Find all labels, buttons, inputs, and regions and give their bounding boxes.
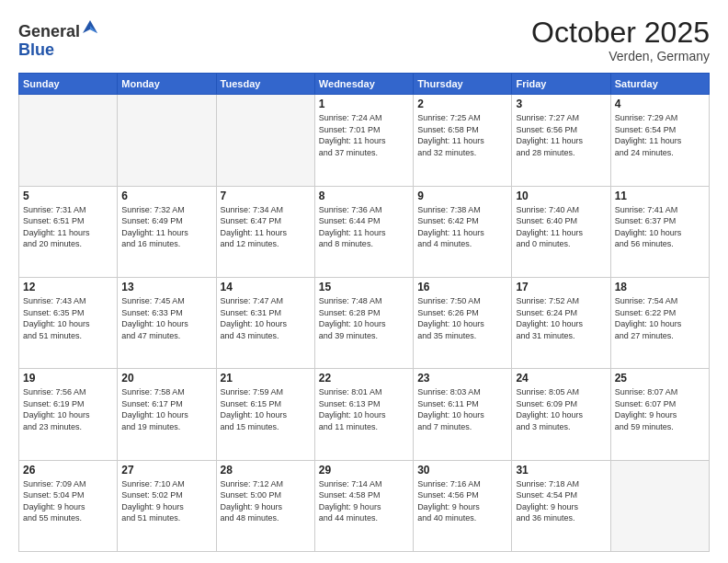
weekday-header-row: SundayMondayTuesdayWednesdayThursdayFrid…: [19, 74, 710, 95]
calendar-cell: 25Sunrise: 8:07 AM Sunset: 6:07 PM Dayli…: [610, 369, 709, 460]
weekday-header-friday: Friday: [512, 74, 610, 95]
calendar-cell: 24Sunrise: 8:05 AM Sunset: 6:09 PM Dayli…: [512, 369, 610, 460]
day-info: Sunrise: 7:52 AM Sunset: 6:24 PM Dayligh…: [516, 295, 606, 341]
day-number: 1: [319, 98, 409, 110]
calendar-cell: 5Sunrise: 7:31 AM Sunset: 6:51 PM Daylig…: [19, 186, 118, 277]
day-number: 7: [221, 190, 311, 202]
calendar-cell: 4Sunrise: 7:29 AM Sunset: 6:54 PM Daylig…: [610, 95, 709, 186]
weekday-header-monday: Monday: [118, 74, 216, 95]
day-info: Sunrise: 7:40 AM Sunset: 6:40 PM Dayligh…: [516, 204, 606, 250]
day-number: 16: [417, 281, 507, 293]
day-number: 27: [121, 464, 211, 477]
day-number: 19: [23, 372, 113, 385]
calendar-cell: 27Sunrise: 7:10 AM Sunset: 5:02 PM Dayli…: [118, 460, 216, 551]
calendar-cell: 29Sunrise: 7:14 AM Sunset: 4:58 PM Dayli…: [314, 460, 413, 551]
calendar-cell: 13Sunrise: 7:45 AM Sunset: 6:33 PM Dayli…: [118, 277, 216, 368]
day-info: Sunrise: 7:27 AM Sunset: 6:56 PM Dayligh…: [516, 112, 606, 158]
day-info: Sunrise: 7:29 AM Sunset: 6:54 PM Dayligh…: [615, 112, 705, 158]
day-number: 10: [516, 190, 606, 202]
day-number: 9: [417, 190, 507, 202]
day-number: 30: [417, 464, 507, 477]
calendar-cell: 19Sunrise: 7:56 AM Sunset: 6:19 PM Dayli…: [19, 369, 118, 460]
calendar-cell: 18Sunrise: 7:54 AM Sunset: 6:22 PM Dayli…: [610, 277, 709, 368]
calendar-cell: 11Sunrise: 7:41 AM Sunset: 6:37 PM Dayli…: [610, 186, 709, 277]
day-number: 2: [417, 98, 507, 110]
day-number: 21: [221, 372, 311, 385]
day-number: 29: [319, 464, 409, 477]
calendar-table: SundayMondayTuesdayWednesdayThursdayFrid…: [18, 73, 710, 552]
calendar-cell: 17Sunrise: 7:52 AM Sunset: 6:24 PM Dayli…: [512, 277, 610, 368]
calendar-cell: 10Sunrise: 7:40 AM Sunset: 6:40 PM Dayli…: [512, 186, 610, 277]
day-info: Sunrise: 7:56 AM Sunset: 6:19 PM Dayligh…: [23, 386, 113, 432]
day-info: Sunrise: 7:25 AM Sunset: 6:58 PM Dayligh…: [417, 112, 507, 158]
week-row-2: 12Sunrise: 7:43 AM Sunset: 6:35 PM Dayli…: [19, 277, 710, 368]
calendar-cell: 1Sunrise: 7:24 AM Sunset: 7:01 PM Daylig…: [314, 95, 413, 186]
calendar-cell: 31Sunrise: 7:18 AM Sunset: 4:54 PM Dayli…: [512, 460, 610, 551]
calendar-cell: 28Sunrise: 7:12 AM Sunset: 5:00 PM Dayli…: [216, 460, 314, 551]
weekday-header-sunday: Sunday: [19, 74, 118, 95]
day-info: Sunrise: 7:16 AM Sunset: 4:56 PM Dayligh…: [417, 478, 507, 524]
week-row-1: 5Sunrise: 7:31 AM Sunset: 6:51 PM Daylig…: [19, 186, 710, 277]
calendar-cell: [610, 460, 709, 551]
month-title: October 2025: [531, 17, 710, 49]
header: General Blue October 2025 Verden, German…: [18, 17, 710, 63]
day-number: 28: [221, 464, 311, 477]
day-info: Sunrise: 7:10 AM Sunset: 5:02 PM Dayligh…: [121, 478, 211, 524]
day-info: Sunrise: 7:31 AM Sunset: 6:51 PM Dayligh…: [23, 204, 113, 250]
day-info: Sunrise: 8:07 AM Sunset: 6:07 PM Dayligh…: [615, 386, 705, 432]
logo: General Blue: [18, 17, 99, 60]
day-number: 18: [615, 281, 705, 293]
day-info: Sunrise: 7:36 AM Sunset: 6:44 PM Dayligh…: [319, 204, 409, 250]
day-number: 5: [23, 190, 113, 202]
day-number: 11: [615, 190, 705, 202]
week-row-0: 1Sunrise: 7:24 AM Sunset: 7:01 PM Daylig…: [19, 95, 710, 186]
day-info: Sunrise: 7:58 AM Sunset: 6:17 PM Dayligh…: [121, 386, 211, 432]
day-info: Sunrise: 7:32 AM Sunset: 6:49 PM Dayligh…: [121, 204, 211, 250]
calendar-cell: 16Sunrise: 7:50 AM Sunset: 6:26 PM Dayli…: [414, 277, 512, 368]
calendar-cell: 8Sunrise: 7:36 AM Sunset: 6:44 PM Daylig…: [314, 186, 413, 277]
location: Verden, Germany: [531, 49, 710, 63]
day-number: 12: [23, 281, 113, 293]
calendar-cell: 7Sunrise: 7:34 AM Sunset: 6:47 PM Daylig…: [216, 186, 314, 277]
day-info: Sunrise: 7:48 AM Sunset: 6:28 PM Dayligh…: [319, 295, 409, 341]
day-number: 17: [516, 281, 606, 293]
day-number: 8: [319, 190, 409, 202]
week-row-4: 26Sunrise: 7:09 AM Sunset: 5:04 PM Dayli…: [19, 460, 710, 551]
day-info: Sunrise: 7:43 AM Sunset: 6:35 PM Dayligh…: [23, 295, 113, 341]
page: General Blue October 2025 Verden, German…: [0, 0, 728, 563]
day-number: 25: [615, 372, 705, 385]
day-info: Sunrise: 7:18 AM Sunset: 4:54 PM Dayligh…: [516, 478, 606, 524]
weekday-header-saturday: Saturday: [610, 74, 709, 95]
weekday-header-tuesday: Tuesday: [216, 74, 314, 95]
weekday-header-thursday: Thursday: [414, 74, 512, 95]
day-number: 3: [516, 98, 606, 110]
day-info: Sunrise: 7:14 AM Sunset: 4:58 PM Dayligh…: [319, 478, 409, 524]
calendar-cell: 23Sunrise: 8:03 AM Sunset: 6:11 PM Dayli…: [414, 369, 512, 460]
calendar-cell: 15Sunrise: 7:48 AM Sunset: 6:28 PM Dayli…: [314, 277, 413, 368]
title-block: October 2025 Verden, Germany: [531, 17, 710, 63]
day-info: Sunrise: 7:54 AM Sunset: 6:22 PM Dayligh…: [615, 295, 705, 341]
day-info: Sunrise: 7:45 AM Sunset: 6:33 PM Dayligh…: [121, 295, 211, 341]
day-info: Sunrise: 8:05 AM Sunset: 6:09 PM Dayligh…: [516, 386, 606, 432]
calendar-cell: 6Sunrise: 7:32 AM Sunset: 6:49 PM Daylig…: [118, 186, 216, 277]
calendar-cell: 9Sunrise: 7:38 AM Sunset: 6:42 PM Daylig…: [414, 186, 512, 277]
day-info: Sunrise: 7:47 AM Sunset: 6:31 PM Dayligh…: [221, 295, 311, 341]
calendar-cell: 2Sunrise: 7:25 AM Sunset: 6:58 PM Daylig…: [414, 95, 512, 186]
day-info: Sunrise: 7:34 AM Sunset: 6:47 PM Dayligh…: [221, 204, 311, 250]
day-info: Sunrise: 7:59 AM Sunset: 6:15 PM Dayligh…: [221, 386, 311, 432]
day-number: 13: [121, 281, 211, 293]
calendar-cell: [216, 95, 314, 186]
calendar-cell: 3Sunrise: 7:27 AM Sunset: 6:56 PM Daylig…: [512, 95, 610, 186]
day-info: Sunrise: 8:01 AM Sunset: 6:13 PM Dayligh…: [319, 386, 409, 432]
day-info: Sunrise: 8:03 AM Sunset: 6:11 PM Dayligh…: [417, 386, 507, 432]
calendar-cell: 21Sunrise: 7:59 AM Sunset: 6:15 PM Dayli…: [216, 369, 314, 460]
day-number: 23: [417, 372, 507, 385]
calendar-cell: 22Sunrise: 8:01 AM Sunset: 6:13 PM Dayli…: [314, 369, 413, 460]
day-number: 22: [319, 372, 409, 385]
day-number: 31: [516, 464, 606, 477]
calendar-cell: 26Sunrise: 7:09 AM Sunset: 5:04 PM Dayli…: [19, 460, 118, 551]
day-number: 15: [319, 281, 409, 293]
logo-text: General Blue: [18, 17, 99, 60]
calendar-cell: [118, 95, 216, 186]
day-number: 6: [121, 190, 211, 202]
